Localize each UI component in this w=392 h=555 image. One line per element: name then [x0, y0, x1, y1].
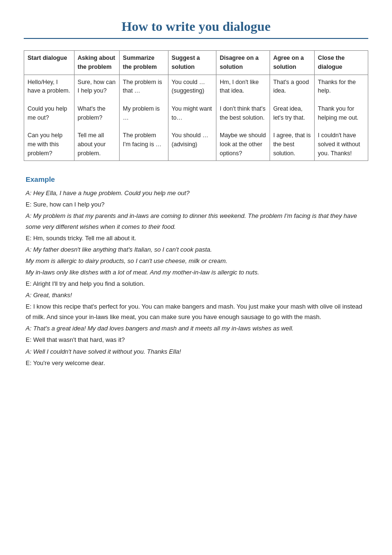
dialogue-line-4: A: My father doesn't like anything that'… [26, 245, 366, 255]
table-cell-0-5: That's a good idea.Great idea, let's try… [270, 75, 314, 161]
page-title: How to write you dialogue [24, 19, 368, 34]
table-cell-0-1: Sure, how can I help you?What's the prob… [74, 75, 119, 161]
example-section: Example A: Hey Ella, I have a huge probl… [24, 175, 368, 368]
table-cell-0-6: Thanks for the help.Thank you for helpin… [314, 75, 368, 161]
dialogue-line-11: E: Well that wasn't that hard, was it? [26, 335, 366, 345]
table-header-cell-5: Agree on a solution [270, 51, 314, 75]
dialogue-line-10: A: That's a great idea! My dad loves ban… [26, 323, 366, 334]
table-header-cell-4: Disagree on a solution [216, 51, 270, 75]
example-title: Example [26, 175, 366, 183]
table-header-cell-3: Suggest a solution [168, 51, 216, 75]
table-header-cell-1: Asking about the problem [74, 51, 119, 75]
dialogue-line-12: A: Well I couldn't have solved it withou… [26, 347, 366, 357]
dialogue-line-5: My mom is allergic to dairy products, so… [26, 256, 366, 266]
table-header-cell-6: Close the dialogue [314, 51, 368, 75]
table-cell-0-0: Hello/Hey, I have a problem.Could you he… [24, 75, 75, 161]
dialogue-line-6: My in-laws only like dishes with a lot o… [26, 267, 366, 278]
dialogue-line-13: E: You're very welcome dear. [26, 358, 366, 368]
dialogue-line-3: E: Hm, sounds tricky. Tell me all about … [26, 233, 366, 244]
table-cell-0-3: You could … (suggesting)You might want t… [168, 75, 216, 161]
table-cell-0-2: The problem is that …My problem is …The … [119, 75, 168, 161]
dialogue-line-1: E: Sure, how can I help you? [26, 199, 366, 210]
dialogue-line-0: A: Hey Ella, I have a huge problem. Coul… [26, 188, 366, 198]
dialogue-line-2: A: My problem is that my parents and in-… [26, 211, 366, 232]
table-row: Hello/Hey, I have a problem.Could you he… [24, 75, 368, 161]
table-cell-0-4: Hm, I don't like that idea.I don't think… [216, 75, 270, 161]
dialogue-line-7: E: Alright I'll try and help you find a … [26, 279, 366, 289]
title-divider [24, 38, 368, 39]
table-header-row: Start dialogueAsking about the problemSu… [24, 51, 368, 75]
dialogue-lines: A: Hey Ella, I have a huge problem. Coul… [26, 188, 366, 368]
table-header-cell-2: Summarize the problem [119, 51, 168, 75]
dialogue-line-8: A: Great, thanks! [26, 290, 366, 301]
table-header-cell-0: Start dialogue [24, 51, 75, 75]
dialogue-table: Start dialogueAsking about the problemSu… [24, 50, 368, 161]
dialogue-line-9: E: I know this recipe that's perfect for… [26, 301, 366, 322]
